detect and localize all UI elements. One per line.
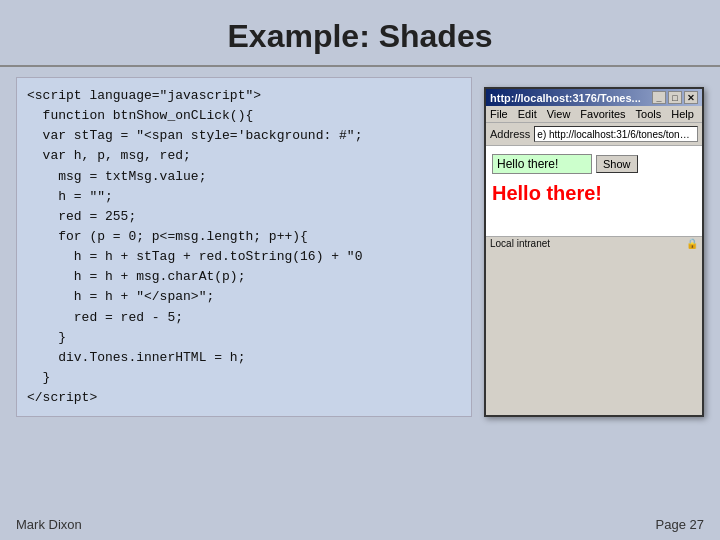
browser-title-buttons: _ □ ✕ [652, 91, 698, 104]
message-input[interactable] [492, 154, 592, 174]
show-button[interactable]: Show [596, 155, 638, 173]
page-number: Page 27 [656, 517, 704, 532]
author-label: Mark Dixon [16, 517, 82, 532]
code-block: <script language="javascript"> function … [16, 77, 472, 417]
browser-title-text: http://localhost:3176/Tones... [490, 92, 652, 104]
browser-content: Show Hello there! [486, 146, 702, 236]
menu-tools[interactable]: Tools [636, 108, 662, 120]
menu-view[interactable]: View [547, 108, 571, 120]
minimize-button[interactable]: _ [652, 91, 666, 104]
content-area: <script language="javascript"> function … [0, 77, 720, 417]
address-label: Address [490, 128, 530, 140]
slide: Example: Shades <script language="javasc… [0, 0, 720, 540]
close-button[interactable]: ✕ [684, 91, 698, 104]
browser-menubar: File Edit View Favorites Tools Help [486, 106, 702, 123]
input-row: Show [492, 154, 696, 174]
browser-statusbar: Local intranet 🔒 [486, 236, 702, 250]
menu-favorites[interactable]: Favorites [580, 108, 625, 120]
menu-help[interactable]: Help [671, 108, 694, 120]
address-bar-text: e) http://localhost:31/6/tones/tones.ht … [537, 129, 695, 140]
maximize-button[interactable]: □ [668, 91, 682, 104]
browser-window: http://localhost:3176/Tones... _ □ ✕ Fil… [484, 87, 704, 417]
browser-toolbar: Address e) http://localhost:31/6/tones/t… [486, 123, 702, 146]
hello-output: Hello there! [492, 180, 696, 207]
menu-file[interactable]: File [490, 108, 508, 120]
menu-edit[interactable]: Edit [518, 108, 537, 120]
footer: Mark Dixon Page 27 [16, 517, 704, 532]
status-icon: 🔒 [686, 238, 698, 249]
browser-titlebar: http://localhost:3176/Tones... _ □ ✕ [486, 89, 702, 106]
address-bar[interactable]: e) http://localhost:31/6/tones/tones.ht … [534, 126, 698, 142]
status-text: Local intranet [490, 238, 550, 249]
slide-title: Example: Shades [0, 0, 720, 67]
